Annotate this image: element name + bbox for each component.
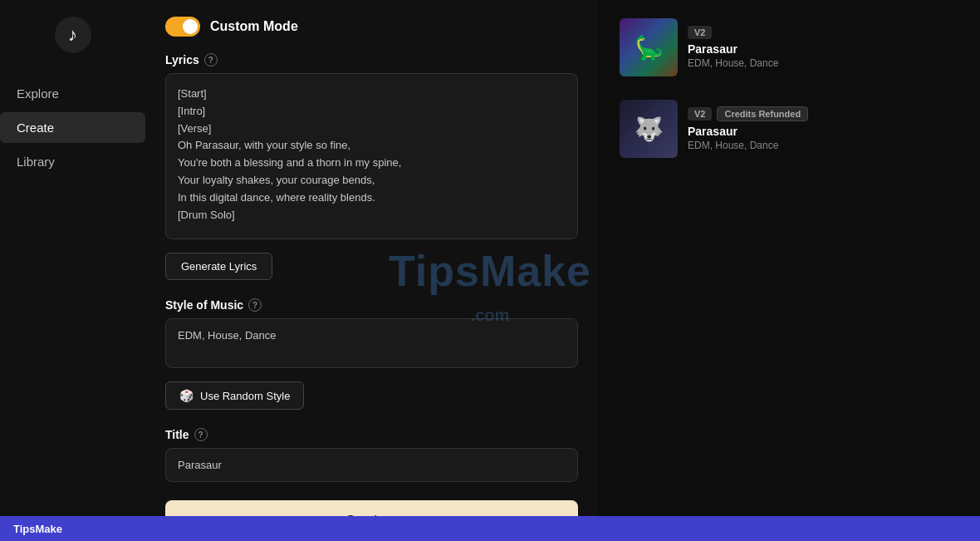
logo-icon: ♪ [68, 24, 77, 46]
bottom-bar-label: TipsMake [13, 523, 62, 535]
bottom-bar: TipsMake [0, 516, 980, 541]
title-input[interactable] [165, 448, 578, 482]
custom-mode-row: Custom Mode [165, 17, 578, 37]
title-label-row: Title ? [165, 428, 578, 441]
lyrics-textarea[interactable]: [Start] [Intro] [Verse] Oh Parasaur, wit… [165, 73, 578, 239]
song-thumbnail-2 [620, 100, 678, 158]
title-help-icon[interactable]: ? [194, 428, 208, 441]
version-badge-1: V2 [688, 26, 712, 39]
song-badges-2: V2 Credits Refunded [688, 106, 958, 121]
song-tags-2: EDM, House, Dance [688, 140, 958, 151]
sidebar: ♪ Explore Create Library [0, 0, 145, 516]
lyrics-section: Lyrics ? [Start] [Intro] [Verse] Oh Para… [165, 53, 578, 280]
credits-refunded-badge: Credits Refunded [717, 106, 808, 121]
title-section: Title ? [165, 428, 578, 482]
custom-mode-label: Custom Mode [210, 19, 298, 34]
style-textarea[interactable]: EDM, House, Dance [165, 318, 578, 368]
create-button[interactable]: Create ♪ [165, 500, 578, 516]
dice-icon: 🎲 [179, 389, 194, 402]
sidebar-nav: Explore Create Library [0, 78, 145, 177]
main-panel: Custom Mode Lyrics ? [Start] [Intro] [Ve… [145, 0, 598, 516]
song-title-1: Parasaur [688, 42, 958, 56]
sidebar-item-explore[interactable]: Explore [0, 78, 145, 109]
custom-mode-toggle[interactable] [165, 17, 200, 37]
sidebar-item-create[interactable]: Create [0, 112, 145, 143]
lyrics-label-row: Lyrics ? [165, 53, 578, 66]
song-card-1[interactable]: V2 Parasaur EDM, House, Dance [611, 10, 967, 85]
sidebar-item-library[interactable]: Library [0, 146, 145, 177]
style-help-icon[interactable]: ? [248, 298, 262, 312]
song-info-1: V2 Parasaur EDM, House, Dance [688, 26, 958, 69]
right-panel: V2 Parasaur EDM, House, Dance V2 Credits… [598, 0, 980, 516]
lyrics-help-icon[interactable]: ? [204, 53, 218, 66]
song-tags-1: EDM, House, Dance [688, 57, 958, 69]
song-card-2[interactable]: V2 Credits Refunded Parasaur EDM, House,… [611, 91, 967, 166]
version-badge-2: V2 [688, 107, 712, 120]
song-info-2: V2 Credits Refunded Parasaur EDM, House,… [688, 106, 958, 151]
song-badges-1: V2 [688, 26, 958, 39]
style-section: Style of Music ? EDM, House, Dance 🎲 Use… [165, 298, 578, 410]
use-random-style-button[interactable]: 🎲 Use Random Style [165, 381, 304, 410]
app-logo: ♪ [55, 17, 91, 53]
generate-lyrics-button[interactable]: Generate Lyrics [165, 253, 272, 280]
song-title-2: Parasaur [688, 125, 958, 138]
song-thumbnail-1 [620, 18, 678, 76]
style-label-row: Style of Music ? [165, 298, 578, 312]
